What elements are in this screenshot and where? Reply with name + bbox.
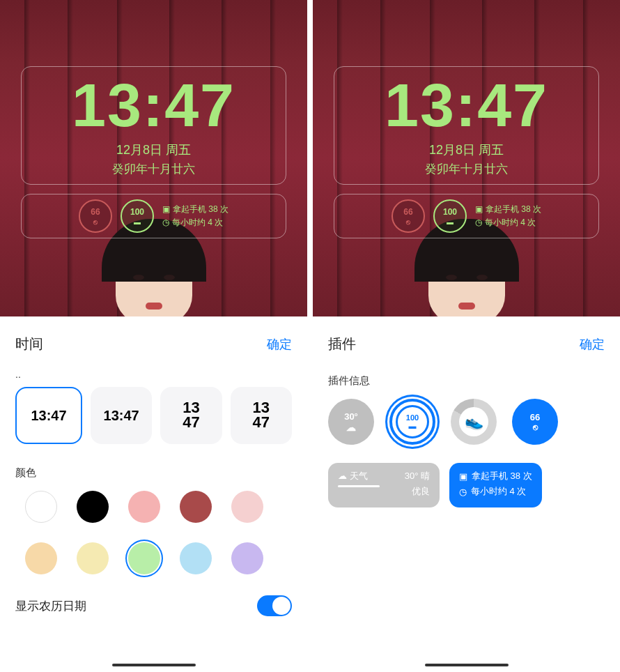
- pickup-icon: ▣: [162, 203, 170, 216]
- wallpaper-person: [414, 226, 519, 316]
- color-black[interactable]: [77, 491, 109, 523]
- pickup-info: ▣拿起手机 38 次 ◷每小时约 4 次: [475, 203, 541, 229]
- widget-sheet: 插件 确定 插件信息 30° ☁ 100 ▬ 👟 66 ⎋: [313, 316, 620, 672]
- widget-battery-circle[interactable]: 100 ▬: [389, 399, 435, 445]
- phone-icon: ⎋: [533, 422, 538, 432]
- pickup-icon: ▣: [475, 203, 483, 216]
- clock-icon: ◷: [162, 216, 169, 229]
- clock-lunar: 癸卯年十月廿六: [425, 161, 508, 177]
- widget-steps-circle[interactable]: 👟: [451, 399, 497, 445]
- phone-right: 13:47 12月8日 周五 癸卯年十月廿六 66 ⎋ 100 ▬ ▣拿起手机 …: [313, 0, 620, 672]
- clock-icon: ◷: [475, 216, 482, 229]
- phone-icon: ⎋: [93, 218, 98, 226]
- clock-style-1[interactable]: 13:47: [15, 387, 82, 444]
- lockscreen-preview: 13:47 12月8日 周五 癸卯年十月廿六 66 ⎋ 100 ▬ ▣拿起手机 …: [313, 0, 620, 316]
- sheet-title: 插件: [328, 335, 356, 353]
- widget-66-circle: 66 ⎋: [79, 199, 112, 233]
- weather-card[interactable]: ☁ 天气 30° 晴 优良: [328, 463, 440, 507]
- color-purple[interactable]: [231, 542, 263, 574]
- pickup-info: ▣拿起手机 38 次 ◷每小时约 4 次: [162, 203, 228, 229]
- color-peach[interactable]: [25, 542, 57, 574]
- widget-cards-row: ☁ 天气 30° 晴 优良 ▣拿起手机 38 次 ◷每小时约 4 次: [328, 463, 605, 507]
- lunar-toggle[interactable]: [257, 595, 292, 616]
- clock-lunar: 癸卯年十月廿六: [112, 161, 195, 177]
- home-indicator[interactable]: [112, 664, 196, 666]
- lockscreen-preview: 13:47 12月8日 周五 癸卯年十月廿六 66 ⎋ 100 ▬ ▣拿起手机 …: [0, 0, 307, 316]
- color-white[interactable]: [25, 491, 57, 523]
- clock-style-4[interactable]: 1347: [231, 387, 292, 444]
- widget-66-circle: 66 ⎋: [392, 199, 425, 233]
- widget-100-circle: 100 ▬: [121, 199, 154, 233]
- clock-date: 12月8日 周五: [116, 142, 191, 158]
- color-lightblue[interactable]: [180, 542, 212, 574]
- clock-time: 13:47: [72, 75, 235, 136]
- pickup-icon: ▣: [459, 471, 467, 482]
- phone-icon: ⎋: [406, 218, 410, 226]
- color-pink[interactable]: [128, 491, 160, 523]
- widget-pickup-circle[interactable]: 66 ⎋: [512, 399, 558, 445]
- home-indicator[interactable]: [425, 664, 509, 666]
- truncated-section-label: ..: [15, 374, 292, 383]
- clock-widget[interactable]: 13:47 12月8日 周五 癸卯年十月廿六: [334, 66, 599, 185]
- battery-icon: ▬: [134, 218, 141, 226]
- color-yellow[interactable]: [77, 542, 109, 574]
- color-green[interactable]: [128, 542, 160, 574]
- widget-100-circle: 100 ▬: [433, 199, 467, 233]
- confirm-button[interactable]: 确定: [580, 336, 605, 353]
- confirm-button[interactable]: 确定: [267, 336, 292, 353]
- widget-circles-row: 30° ☁ 100 ▬ 👟 66 ⎋: [328, 399, 605, 445]
- cloud-icon: ☁: [338, 471, 347, 481]
- battery-icon: ▬: [409, 422, 417, 430]
- color-section-label: 颜色: [15, 466, 292, 480]
- sheet-title: 时间: [15, 335, 43, 353]
- clock-style-2[interactable]: 13:47: [91, 387, 152, 444]
- clock-time: 13:47: [385, 75, 548, 136]
- clock-style-row: 13:47 13:47 1347 1347: [15, 387, 292, 444]
- clock-widget[interactable]: 13:47 12月8日 周五 癸卯年十月廿六: [21, 66, 286, 185]
- clock-date: 12月8日 周五: [429, 142, 504, 158]
- phone-left: 13:47 12月8日 周五 癸卯年十月廿六 66 ⎋ 100 ▬ ▣拿起手机 …: [0, 0, 307, 672]
- color-lightpink[interactable]: [231, 491, 263, 523]
- battery-icon: ▬: [447, 218, 454, 226]
- cloud-icon: ☁: [346, 422, 356, 433]
- widgets-row[interactable]: 66 ⎋ 100 ▬ ▣拿起手机 38 次 ◷每小时约 4 次: [334, 194, 599, 238]
- widget-section-label: 插件信息: [328, 374, 605, 388]
- clock-style-3[interactable]: 1347: [160, 387, 222, 444]
- widgets-row[interactable]: 66 ⎋ 100 ▬ ▣拿起手机 38 次 ◷每小时约 4 次: [21, 194, 286, 238]
- color-grid: [15, 491, 292, 574]
- clock-icon: ◷: [459, 487, 467, 497]
- shoe-icon: 👟: [465, 413, 483, 431]
- widget-weather-circle[interactable]: 30° ☁: [328, 399, 374, 445]
- pickup-card[interactable]: ▣拿起手机 38 次 ◷每小时约 4 次: [449, 463, 542, 507]
- color-darkred[interactable]: [180, 491, 212, 523]
- time-sheet: 时间 确定 .. 13:47 13:47 1347 1347 颜色 显示农历日期: [0, 316, 307, 672]
- lunar-toggle-label: 显示农历日期: [15, 598, 86, 614]
- wallpaper-person: [102, 226, 206, 316]
